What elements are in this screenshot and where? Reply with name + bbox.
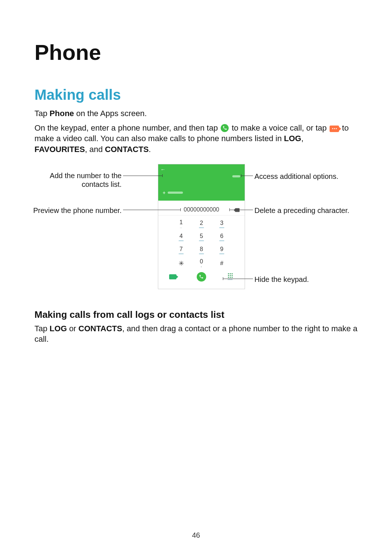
key-3: 3 [212, 218, 232, 231]
text: . [149, 145, 151, 154]
number-entry-row: 00000000000 [158, 201, 245, 216]
key-4: 4 [171, 231, 191, 244]
options-icon [232, 175, 240, 177]
video-call-icon [330, 126, 339, 132]
callout-tick [229, 208, 230, 211]
placeholder-bar [168, 192, 183, 194]
text: Tap [34, 324, 50, 333]
text: to make a voice call, or tap [232, 123, 329, 132]
callout-line [123, 176, 162, 176]
callout-line [230, 210, 253, 210]
text: , [301, 134, 303, 143]
key-1: 1◦◦ [171, 218, 191, 231]
video-call-button-icon [169, 274, 176, 279]
bold-log: LOG [50, 324, 67, 333]
callout-line [223, 279, 253, 279]
callout-hide: Hide the keypad. [254, 275, 334, 284]
callout-delete: Delete a preceding character. [254, 206, 356, 215]
key-8: 8 [191, 244, 212, 257]
entered-number: 00000000000 [184, 206, 219, 213]
bold-log: LOG [284, 134, 301, 143]
page-number: 46 [0, 531, 392, 539]
callout-tick [241, 174, 241, 177]
dial-keypad: 1◦◦ 2 3 4 5 6 7 8 9 ✳ 0+ # [171, 218, 232, 270]
hide-keypad-icon [228, 273, 233, 280]
bold-phone: Phone [50, 109, 74, 118]
page-title: Phone [34, 40, 358, 65]
key-0: 0+ [191, 257, 212, 270]
add-contact-row: + [163, 190, 183, 196]
backspace-icon [234, 207, 240, 214]
phone-bottom-bar [158, 270, 245, 283]
key-7: 7 [171, 244, 191, 257]
text: On the keypad, enter a phone number, and… [34, 123, 220, 132]
intro-line-2: On the keypad, enter a phone number, and… [34, 123, 358, 155]
text: , and [85, 145, 105, 154]
subsection-title: Making calls from call logs or contacts … [34, 309, 358, 320]
callout-tick [180, 208, 181, 211]
keypad-figure: ← + 00000000000 1◦◦ 2 3 4 5 6 [34, 164, 358, 295]
section-title: Making calls [34, 87, 358, 103]
key-5: 5 [191, 231, 212, 244]
callout-preview: Preview the phone number. [31, 206, 122, 215]
subsection-body: Tap LOG or CONTACTS, and then drag a con… [34, 323, 358, 345]
plus-icon: + [163, 190, 166, 196]
bold-fav: FAVOURITES [34, 145, 85, 154]
callout-line [241, 176, 253, 176]
callout-tick [162, 174, 163, 177]
key-hash: # [212, 257, 232, 270]
call-icon [221, 124, 229, 132]
key-2: 2 [191, 218, 212, 231]
callout-options: Access additional options. [254, 172, 349, 181]
text: Tap [34, 109, 50, 118]
key-6: 6 [212, 231, 232, 244]
call-button-icon [197, 272, 206, 282]
text: or [67, 324, 78, 333]
bold-contacts: CONTACTS [105, 145, 149, 154]
callout-tick [223, 277, 223, 280]
key-star: ✳ [171, 257, 191, 270]
key-9: 9 [212, 244, 232, 257]
phone-header: ← + [158, 164, 245, 201]
callout-line [123, 210, 180, 210]
intro-line-1: Tap Phone on the Apps screen. [34, 108, 358, 119]
text: on the Apps screen. [74, 109, 147, 118]
page: Phone Making calls Tap Phone on the Apps… [0, 0, 392, 554]
phone-screenshot: ← + 00000000000 1◦◦ 2 3 4 5 6 [158, 164, 245, 289]
callout-add-contact: Add the number to the contacts list. [45, 171, 122, 189]
bold-contacts: CONTACTS [78, 324, 122, 333]
back-arrow-icon: ← [160, 167, 242, 172]
